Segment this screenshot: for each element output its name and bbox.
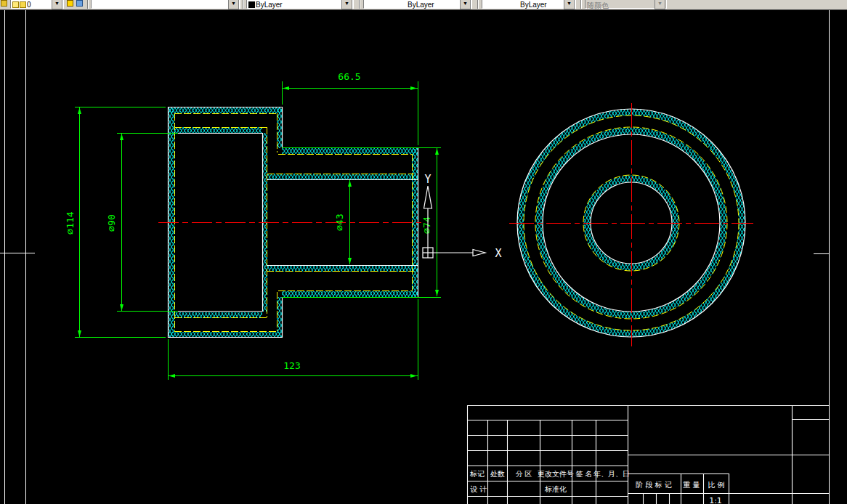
tb-label-count: 处数: [490, 470, 505, 478]
plotstyle-combo-value: 随颜色: [587, 1, 609, 10]
lineweight-combo[interactable]: ByLayer ▼: [482, 0, 576, 9]
make-layer-current-button[interactable]: [67, 0, 76, 9]
chevron-down-icon[interactable]: ▼: [52, 0, 62, 9]
tb-label-weight: 重 量: [682, 481, 700, 489]
ucs-y-label: Y: [424, 173, 431, 186]
model-space-canvas[interactable]: 66.5 123 ∅114 ∅90 ∅43 ∅74 Y X: [0, 0, 847, 504]
tb-label-mark: 标记: [469, 470, 485, 478]
tb-label-date: 年、月、日: [593, 470, 630, 478]
tb-value-scale: 1:1: [709, 496, 722, 504]
tb-label-sign: 签 名: [575, 470, 592, 478]
linetype-combo-value: ByLayer: [408, 1, 434, 9]
layer-state-combo[interactable]: ▼: [91, 0, 240, 9]
dim-label-large-bore-diameter: ∅90: [106, 214, 117, 231]
layer-previous-button[interactable]: [76, 0, 85, 9]
object-properties-toolbar: 0 ▼ ▼ ByLayer ▼ ByLayer ▼ ByLayer ▼: [0, 0, 847, 10]
chevron-down-icon[interactable]: ▼: [228, 0, 239, 9]
cad-application-window: 0 ▼ ▼ ByLayer ▼ ByLayer ▼ ByLayer ▼: [0, 0, 847, 504]
chevron-down-icon: ▼: [654, 0, 665, 9]
chevron-down-icon[interactable]: ▼: [564, 0, 575, 9]
dim-label-small-bore-diameter: ∅43: [334, 214, 345, 230]
toolbar-separator: [359, 0, 360, 9]
dim-label-total-length: 123: [283, 360, 300, 371]
dim-label-small-outer-diameter: ∅74: [421, 216, 432, 234]
tb-label-scale: 比 例: [708, 481, 724, 489]
linetype-combo[interactable]: ByLayer ▼: [363, 0, 472, 9]
tb-label-docno: 更改文件号: [538, 470, 574, 478]
plotstyle-combo: 随颜色 ▼: [585, 0, 667, 9]
ucs-x-label: X: [495, 247, 501, 260]
dim-label-outer-diameter: ∅114: [65, 211, 76, 234]
tb-label-stage: 阶 段 标 记: [636, 481, 672, 489]
color-combo[interactable]: ByLayer ▼: [246, 0, 354, 9]
dim-label-top-length: 66.5: [338, 71, 360, 82]
layer-lock-icon: [20, 1, 26, 8]
color-combo-value: ByLayer: [256, 1, 283, 9]
layer-tool-icon[interactable]: [1, 0, 9, 9]
toolbar-separator: [87, 0, 89, 9]
chevron-down-icon[interactable]: ▼: [460, 0, 471, 9]
color-swatch-icon: [248, 1, 255, 8]
toolbar-separator: [477, 0, 479, 9]
layer-on-icon: [12, 1, 19, 8]
toolbar-separator: [243, 0, 244, 9]
layer-combo-value: 0: [27, 1, 31, 9]
toolbar-separator: [580, 0, 582, 9]
lineweight-combo-value: ByLayer: [520, 1, 547, 9]
tb-label-design: 设 计: [469, 485, 487, 493]
layer-combo[interactable]: 0 ▼: [10, 0, 64, 9]
tb-label-standard: 标准化: [544, 485, 567, 493]
tb-label-zone: 分 区: [515, 470, 532, 478]
chevron-down-icon[interactable]: ▼: [341, 0, 352, 9]
